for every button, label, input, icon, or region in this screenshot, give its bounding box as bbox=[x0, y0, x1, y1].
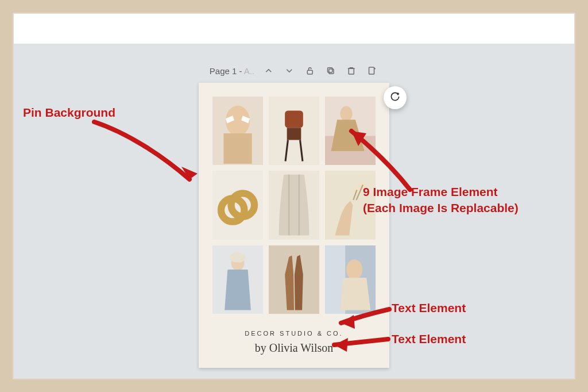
annotation-image-frames-line1: 9 Image Frame Element bbox=[363, 184, 519, 200]
image-frame-7[interactable] bbox=[212, 245, 263, 314]
image-frame-3[interactable] bbox=[325, 97, 376, 165]
image-frame-8[interactable] bbox=[269, 245, 319, 314]
svg-point-13 bbox=[340, 106, 352, 121]
svg-rect-4 bbox=[369, 67, 374, 74]
annotation-text-element-1: Text Element bbox=[392, 301, 466, 315]
svg-point-23 bbox=[230, 252, 246, 263]
svg-rect-0 bbox=[308, 70, 313, 74]
page-label-muted: A.. bbox=[244, 66, 254, 76]
image-frame-5[interactable] bbox=[269, 171, 319, 239]
annotation-pin-background: Pin Background bbox=[23, 106, 115, 120]
annotation-image-frames: 9 Image Frame Element (Each Image Is Rep… bbox=[363, 184, 519, 217]
speech-bubble-plus-icon bbox=[389, 91, 401, 105]
title-text[interactable]: DECOR STUDIO & CO. bbox=[199, 330, 389, 337]
document-outer-frame: Page 1 - A.. bbox=[0, 0, 588, 392]
comment-button[interactable] bbox=[384, 86, 407, 109]
image-frame-4[interactable] bbox=[212, 171, 263, 239]
svg-rect-7 bbox=[223, 133, 252, 164]
page-label-text: Page 1 - bbox=[210, 66, 242, 76]
image-frame-2[interactable] bbox=[269, 97, 319, 165]
add-page-icon[interactable] bbox=[366, 64, 378, 77]
byline-text[interactable]: by Olivia Wilson bbox=[199, 341, 389, 355]
annotation-image-frames-line2: (Each Image Is Replacable) bbox=[363, 200, 519, 216]
svg-point-27 bbox=[346, 259, 362, 279]
duplicate-icon[interactable] bbox=[324, 64, 337, 77]
image-frame-9[interactable] bbox=[325, 245, 376, 314]
trash-icon[interactable] bbox=[345, 64, 358, 77]
annotation-text-element-2: Text Element bbox=[392, 332, 466, 346]
page-label[interactable]: Page 1 - A.. bbox=[210, 66, 254, 76]
page-toolbar: Page 1 - A.. bbox=[210, 64, 378, 77]
svg-rect-9 bbox=[285, 110, 303, 128]
svg-rect-2 bbox=[328, 68, 332, 72]
svg-rect-24 bbox=[269, 245, 319, 314]
svg-rect-10 bbox=[287, 128, 301, 140]
document-inner-frame: Page 1 - A.. bbox=[13, 13, 575, 379]
svg-rect-3 bbox=[349, 68, 354, 74]
image-frame-1[interactable] bbox=[212, 97, 263, 165]
svg-rect-1 bbox=[329, 69, 334, 74]
pin-background[interactable]: DECOR STUDIO & CO. by Olivia Wilson bbox=[199, 83, 389, 368]
lock-icon[interactable] bbox=[304, 64, 316, 77]
chevron-down-icon[interactable] bbox=[283, 64, 296, 77]
chevron-up-icon[interactable] bbox=[262, 64, 275, 77]
image-frame-grid bbox=[212, 97, 376, 314]
